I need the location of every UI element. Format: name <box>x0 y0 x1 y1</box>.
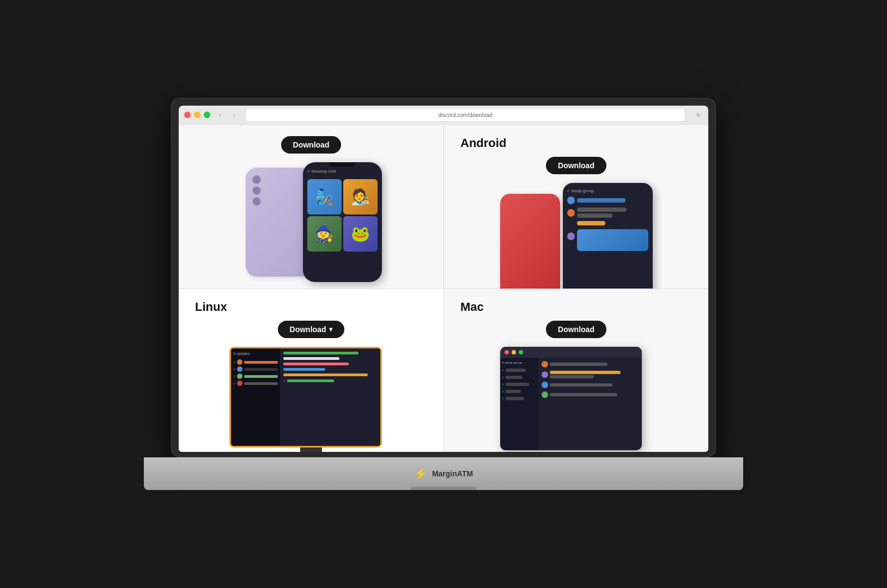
sidebar-bar-4 <box>244 382 278 385</box>
download-page: Download <box>179 125 708 452</box>
android-card: Android Download study-group <box>444 125 708 289</box>
mac-download-button[interactable]: Download <box>546 321 606 338</box>
mac-sidebar-row-3: # <box>502 383 536 386</box>
android-chat-row-2 <box>567 207 648 218</box>
android-download-button[interactable]: Download <box>546 157 606 174</box>
mac-avatar-4 <box>542 391 548 398</box>
forward-button[interactable]: › <box>230 111 239 119</box>
android-phone-back <box>500 194 560 289</box>
android-bubbles-2 <box>577 207 648 218</box>
linux-download-button[interactable]: Download ▾ <box>278 321 345 338</box>
url-text: discord.com/download <box>438 112 493 118</box>
refresh-button[interactable]: ↻ <box>694 111 703 119</box>
android-screen: study-group <box>563 183 653 289</box>
phone-screen: drawing-club 🧞 🧑‍🎨 <box>303 162 382 282</box>
chat-bubble-2a <box>577 207 627 212</box>
ios-download-button[interactable]: Download <box>281 136 342 154</box>
channel-header: drawing-club <box>307 169 378 174</box>
camera-lens-3 <box>252 197 261 206</box>
avatar-cell-2: 🧑‍🎨 <box>343 179 378 215</box>
terminal-prompt: > <box>283 379 285 383</box>
mac-sidebar-row-4: # <box>502 390 536 393</box>
android-bubbles-3 <box>577 221 648 251</box>
terminal-line-3 <box>283 363 377 365</box>
terminal-line-6: > <box>283 379 377 383</box>
mac-chat-bar-2a <box>550 371 621 374</box>
avatar-cell-3: 🧙 <box>307 216 342 252</box>
mac-card: Mac Download <box>444 289 708 452</box>
laptop-screen: ‹ › discord.com/download ↻ Download <box>171 98 716 457</box>
phone-front: drawing-club 🧞 🧑‍🎨 <box>303 162 382 282</box>
terminal-bar-6 <box>287 379 334 382</box>
android-chat-row-3 <box>567 221 648 251</box>
mac-tl-yellow <box>512 350 516 354</box>
android-avatar-2 <box>567 209 575 217</box>
mac-content: # study-group # # <box>500 358 642 450</box>
sidebar-updates-label: # updates <box>233 352 278 356</box>
sidebar-row-1: # <box>233 359 278 365</box>
sidebar-hash-1: # <box>233 360 235 364</box>
sidebar-dot-3 <box>237 373 242 379</box>
terminal-line-2 <box>283 357 377 360</box>
url-bar[interactable]: discord.com/download <box>246 109 684 121</box>
avatar-grid: 🧞 🧑‍🎨 🧙 🐸 <box>307 179 378 252</box>
avatar-emoji-4: 🐸 <box>351 225 370 243</box>
android-illustration: study-group <box>500 183 653 289</box>
mac-sidebar-bar-1 <box>506 369 526 372</box>
android-download-label: Download <box>558 161 594 170</box>
sidebar-bar-3 <box>244 375 278 378</box>
mac-sidebar-bar-3 <box>506 383 529 386</box>
sidebar-hash-2: # <box>233 367 235 371</box>
traffic-light-minimize[interactable] <box>194 112 201 118</box>
mac-chat-row-2 <box>542 371 639 378</box>
monitor-stand <box>300 448 322 452</box>
linux-title: Linux <box>190 300 227 314</box>
channel-name: drawing-club <box>311 169 336 174</box>
sidebar-row-3: # <box>233 373 278 379</box>
sidebar-hash-3: # <box>233 375 235 378</box>
monitor: # updates # # <box>229 347 382 448</box>
mac-chat-bar-2b <box>550 375 594 378</box>
laptop-bottom: ⚡ MarginATM <box>144 457 743 490</box>
terminal-line-1 <box>283 352 377 354</box>
mac-sidebar-bar-2 <box>506 376 523 379</box>
traffic-light-close[interactable] <box>184 112 191 118</box>
back-button[interactable]: ‹ <box>216 111 224 119</box>
brand-name: MarginATM <box>432 469 473 478</box>
terminal-bar-3 <box>283 363 349 365</box>
terminal-bar-2 <box>283 357 339 360</box>
avatar-cell-1: 🧞 <box>307 179 342 215</box>
chat-bubble-3a <box>577 221 605 225</box>
avatar-emoji-2: 🧑‍🎨 <box>351 188 370 206</box>
laptop-body: ‹ › discord.com/download ↻ Download <box>144 98 743 490</box>
ios-card: Download <box>179 125 444 289</box>
laptop-wrapper: ‹ › discord.com/download ↻ Download <box>144 98 743 490</box>
linux-sidebar: # updates # # <box>231 348 280 446</box>
mac-chat-bar-3 <box>550 383 613 387</box>
chat-image-placeholder <box>577 229 648 251</box>
mac-hash-2: # <box>502 376 504 379</box>
sidebar-bar-2 <box>244 368 278 371</box>
traffic-light-maximize[interactable] <box>204 112 210 118</box>
mac-chat-row-3 <box>542 382 639 388</box>
android-avatar-1 <box>567 197 575 204</box>
terminal-bar-4 <box>283 368 325 371</box>
sidebar-dot-1 <box>237 359 242 365</box>
linux-illustration: # updates # # <box>229 347 393 452</box>
ios-card-top: Download <box>190 136 433 162</box>
chat-bubble-2b <box>577 213 613 218</box>
mac-avatar-3 <box>542 382 548 388</box>
phone-back <box>246 168 311 277</box>
mac-window: # study-group # # <box>500 347 642 450</box>
mac-titlebar <box>500 347 642 358</box>
chat-bubble-1 <box>577 198 625 203</box>
avatar-cell-4: 🐸 <box>343 216 378 252</box>
android-title: Android <box>455 136 506 150</box>
linux-download-label: Download <box>290 325 326 334</box>
mac-sidebar-row-1: # <box>502 369 536 372</box>
mac-hash-1: # <box>502 369 504 372</box>
avatar-emoji-1: 🧞 <box>315 188 334 206</box>
mac-chat-bar-1 <box>550 363 608 366</box>
mac-download-label: Download <box>558 325 594 334</box>
mac-sidebar: # study-group # # <box>500 358 538 450</box>
